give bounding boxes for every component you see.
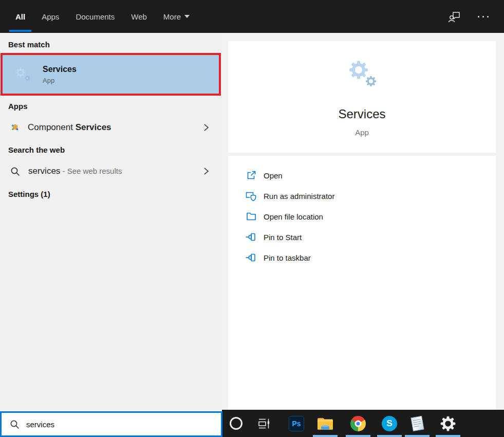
action-label: Run as administrator: [264, 192, 334, 201]
best-match-title: Services: [43, 65, 77, 74]
search-web-section-label: Search the web: [8, 145, 65, 154]
chrome-icon[interactable]: [346, 410, 370, 437]
photoshop-tile: Ps: [289, 416, 304, 431]
pin-icon: [246, 232, 257, 242]
preview-header-card: Services App: [228, 41, 496, 153]
result-label-match: Services: [76, 122, 111, 132]
running-indicator-chrome: [346, 435, 370, 437]
preview-subtitle: App: [228, 128, 496, 137]
tab-all[interactable]: All: [15, 0, 25, 33]
running-indicator-file-explorer: [313, 435, 338, 437]
tab-documents-label: Documents: [76, 12, 115, 21]
web-query-text: services: [28, 166, 60, 176]
action-label: Open file location: [264, 212, 323, 221]
action-open[interactable]: Open: [228, 165, 496, 186]
notepad-icon[interactable]: [405, 410, 430, 437]
search-filter-bar: All Apps Documents Web More: [0, 0, 504, 33]
chevron-right-icon[interactable]: [202, 167, 211, 176]
action-pin-to-taskbar[interactable]: Pin to taskbar: [228, 247, 496, 268]
best-match-section-label: Best match: [8, 40, 50, 49]
preview-title: Services: [228, 107, 496, 121]
tab-web[interactable]: Web: [131, 0, 147, 33]
file-explorer-icon[interactable]: [313, 410, 338, 437]
component-services-icon: [10, 123, 20, 132]
action-label: Pin to Start: [264, 233, 302, 242]
chevron-down-icon: [184, 15, 190, 18]
settings-section-label: Settings (1): [8, 190, 50, 198]
search-icon: [10, 420, 20, 429]
result-label-prefix: Component: [28, 122, 76, 132]
chrome-ball: [350, 416, 366, 431]
action-label: Open: [264, 171, 283, 180]
tab-apps[interactable]: Apps: [42, 0, 59, 33]
running-indicator-skype: [377, 435, 402, 437]
services-gears-icon: [13, 66, 33, 83]
taskbar: Ps S: [222, 410, 504, 437]
action-run-as-administrator[interactable]: Run as administrator: [228, 186, 496, 206]
search-results-panel: Best match Services App Apps Component S…: [0, 33, 222, 411]
skype-ball: S: [382, 416, 397, 431]
running-indicator-settings: [436, 435, 460, 437]
topbar-actions: [448, 10, 490, 23]
folder-icon: [246, 211, 257, 222]
feedback-icon[interactable]: [448, 10, 461, 23]
cortana-ring: [230, 417, 242, 430]
search-icon: [10, 167, 20, 176]
tab-all-label: All: [15, 12, 25, 21]
apps-section-label: Apps: [8, 102, 28, 111]
result-web-search[interactable]: services - See web results: [0, 160, 222, 182]
action-pin-to-start[interactable]: Pin to Start: [228, 227, 496, 247]
result-label: services - See web results: [28, 166, 122, 176]
running-indicator-notepad: [405, 435, 430, 437]
tab-documents[interactable]: Documents: [76, 0, 115, 33]
photoshop-icon[interactable]: Ps: [284, 410, 309, 437]
pin-icon: [246, 252, 257, 263]
settings-gear-icon[interactable]: [436, 410, 460, 437]
admin-shield-icon: [246, 191, 257, 201]
preview-pane: Services App Open Run as administrator: [222, 33, 504, 410]
best-match-result-services[interactable]: Services App: [1, 53, 221, 96]
best-match-subtitle: App: [43, 77, 77, 84]
tab-apps-label: Apps: [42, 12, 59, 21]
best-match-text: Services App: [43, 65, 77, 84]
tab-web-label: Web: [131, 12, 147, 21]
chrome-center: [355, 420, 362, 427]
cortana-icon[interactable]: [223, 410, 248, 437]
result-label: Component Services: [28, 122, 111, 133]
task-view-icon[interactable]: [252, 410, 276, 437]
web-suffix-text: - See web results: [60, 167, 122, 175]
tab-more[interactable]: More: [163, 0, 190, 33]
preview-actions-card: Open Run as administrator Open file loca…: [228, 156, 496, 410]
result-component-services[interactable]: Component Services: [0, 117, 222, 138]
start-search-box[interactable]: [0, 411, 222, 437]
skype-icon[interactable]: S: [377, 410, 402, 437]
open-icon: [246, 170, 257, 180]
tab-more-label: More: [163, 12, 181, 21]
ellipsis-icon[interactable]: [477, 13, 490, 21]
services-gears-icon: [344, 58, 380, 89]
chevron-right-icon[interactable]: [202, 123, 211, 132]
action-label: Pin to taskbar: [264, 253, 311, 262]
search-input[interactable]: [26, 420, 196, 429]
action-open-file-location[interactable]: Open file location: [228, 206, 496, 227]
